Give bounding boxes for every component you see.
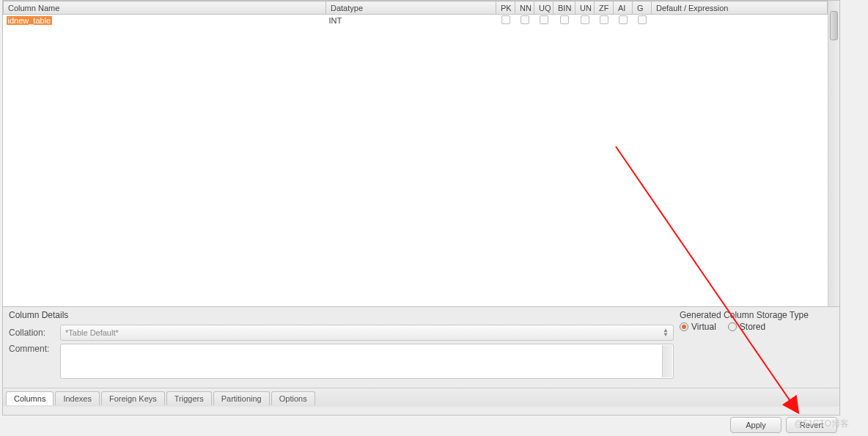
cell-nn[interactable] — [515, 15, 534, 27]
header-default[interactable]: Default / Expression — [652, 1, 828, 15]
header-bin[interactable]: BIN — [553, 1, 575, 15]
cell-datatype[interactable]: INT — [326, 15, 496, 27]
radio-icon — [680, 322, 688, 331]
cell-g[interactable] — [633, 15, 652, 27]
generated-heading: Generated Column Storage Type — [680, 310, 834, 320]
cell-pk[interactable] — [496, 15, 515, 27]
watermark: @51CTO博客 — [794, 418, 849, 430]
collation-value: *Table Default* — [65, 328, 119, 337]
cell-column-name[interactable]: idnew_table — [4, 15, 326, 27]
editor-tabs: Columns Indexes Foreign Keys Triggers Pa… — [3, 388, 839, 407]
comment-label: Comment: — [9, 344, 56, 354]
cell-default[interactable] — [652, 15, 828, 27]
columns-grid[interactable]: Column Name Datatype PK NN UQ BIN UN ZF … — [3, 1, 828, 306]
collation-label: Collation: — [9, 328, 56, 338]
table-row[interactable]: idnew_table INT — [4, 15, 828, 27]
apply-button[interactable]: Apply — [730, 417, 781, 433]
radio-icon — [728, 322, 737, 331]
header-ai[interactable]: AI — [614, 1, 633, 15]
radio-virtual[interactable]: Virtual — [680, 322, 716, 332]
tab-triggers[interactable]: Triggers — [166, 391, 212, 405]
chevron-updown-icon: ▲▼ — [663, 328, 669, 337]
header-un[interactable]: UN — [575, 1, 595, 15]
right-gutter — [842, 0, 868, 436]
header-nn[interactable]: NN — [515, 1, 534, 15]
header-uq[interactable]: UQ — [534, 1, 553, 15]
tab-columns[interactable]: Columns — [6, 391, 54, 405]
cell-bin[interactable] — [553, 15, 575, 27]
cell-uq[interactable] — [534, 15, 553, 27]
table-editor-panel: Column Name Datatype PK NN UQ BIN UN ZF … — [2, 0, 840, 415]
header-pk[interactable]: PK — [496, 1, 515, 15]
cell-ai[interactable] — [614, 15, 633, 27]
header-zf[interactable]: ZF — [595, 1, 614, 15]
cell-zf[interactable] — [595, 15, 614, 27]
footer-buttons: Apply Revert — [2, 415, 840, 435]
cell-un[interactable] — [575, 15, 595, 27]
header-g[interactable]: G — [633, 1, 652, 15]
columns-grid-area: Column Name Datatype PK NN UQ BIN UN ZF … — [3, 1, 839, 307]
grid-vertical-scrollbar[interactable] — [828, 1, 839, 306]
column-details-panel: Column Details Collation: *Table Default… — [3, 307, 839, 388]
comment-textarea[interactable] — [60, 344, 674, 379]
tab-foreign-keys[interactable]: Foreign Keys — [101, 391, 165, 405]
tab-partitioning[interactable]: Partitioning — [213, 391, 270, 405]
header-column-name[interactable]: Column Name — [4, 1, 326, 15]
collation-select[interactable]: *Table Default* ▲▼ — [60, 325, 674, 341]
tab-indexes[interactable]: Indexes — [55, 391, 100, 405]
tab-options[interactable]: Options — [271, 391, 315, 405]
textarea-scrollbar[interactable] — [662, 345, 672, 377]
radio-stored[interactable]: Stored — [728, 322, 765, 332]
column-details-heading: Column Details — [9, 310, 674, 320]
header-datatype[interactable]: Datatype — [326, 1, 496, 15]
